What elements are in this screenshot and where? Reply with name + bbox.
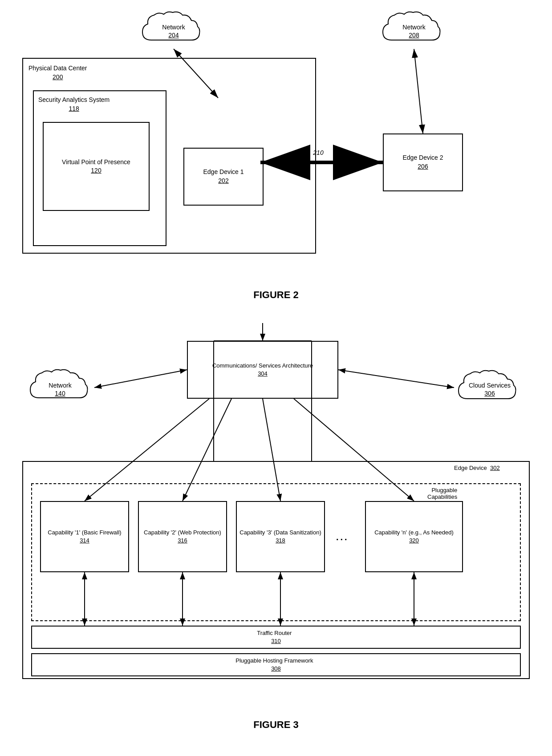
cap3-label: Capability '3' (Data Sanitization) 318 — [239, 529, 321, 545]
figure3-title: FIGURE 3 — [18, 719, 534, 731]
vpop-label: Virtual Point of Presence 120 — [62, 158, 130, 175]
traffic-router-box: Traffic Router 310 — [31, 626, 521, 649]
comm-arch-box: Communications/ Services Architecture 30… — [187, 341, 338, 399]
cap1-box: Capability '1' (Basic Firewall) 314 — [40, 501, 129, 572]
pluggable-fw-box: Pluggable Hosting Framework 308 — [31, 653, 521, 676]
network208-label: Network 208 — [402, 19, 425, 39]
edge2-box: Edge Device 2 206 — [383, 133, 463, 191]
security-analytics-label: Security Analytics System 118 — [38, 96, 110, 113]
figure2-title: FIGURE 2 — [18, 289, 534, 301]
cloud-services-label: Cloud Services 306 — [469, 378, 511, 397]
svg-line-10 — [94, 370, 187, 388]
svg-line-11 — [338, 370, 454, 388]
capN-box: Capability 'n' (e.g., As Needed) 320 — [365, 501, 463, 572]
edge2-label: Edge Device 2 206 — [402, 154, 443, 171]
vpop-box: Virtual Point of Presence 120 — [43, 122, 150, 211]
page: Network 204 Network 208 Physical Data Ce… — [0, 0, 552, 753]
cap2-box: Capability '2' (Web Protection) 316 — [138, 501, 227, 572]
cloud-network204: Network 204 — [138, 9, 209, 49]
figure3-diagram: Network 140 Cloud Services 306 Communica… — [18, 314, 534, 715]
cloud-network140: Network 140 — [27, 368, 93, 408]
edge1-box: Edge Device 1 202 — [183, 148, 264, 206]
pluggable-fw-label: Pluggable Hosting Framework 308 — [235, 657, 316, 673]
cap1-label: Capability '1' (Basic Firewall) 314 — [48, 529, 121, 545]
comm-arch-label: Communications/ Services Architecture 30… — [212, 362, 313, 378]
cloud-services306: Cloud Services 306 — [454, 368, 525, 408]
network140-label: Network 140 — [49, 378, 71, 397]
physical-dc-label: Physical Data Center 200 — [28, 64, 87, 81]
edge-device302-label: Edge Device 302 — [454, 465, 500, 471]
cap2-label: Capability '2' (Web Protection) 316 — [144, 529, 221, 545]
network204-label: Network 204 — [162, 19, 185, 39]
traffic-router-label: Traffic Router 310 — [257, 629, 295, 645]
edge1-label: Edge Device 1 202 — [203, 168, 244, 185]
svg-line-5 — [414, 49, 423, 133]
cloud-network208: Network 208 — [378, 9, 450, 49]
cap3-box: Capability '3' (Data Sanitization) 318 — [236, 501, 325, 572]
capN-label: Capability 'n' (e.g., As Needed) 320 — [374, 529, 454, 545]
ellipsis: ... — [336, 532, 349, 542]
figure2-diagram: Network 204 Network 208 Physical Data Ce… — [18, 9, 534, 285]
security-analytics-box: Security Analytics System 118 Virtual Po… — [33, 90, 166, 246]
physical-dc-box: Physical Data Center 200 Security Analyt… — [22, 58, 316, 254]
